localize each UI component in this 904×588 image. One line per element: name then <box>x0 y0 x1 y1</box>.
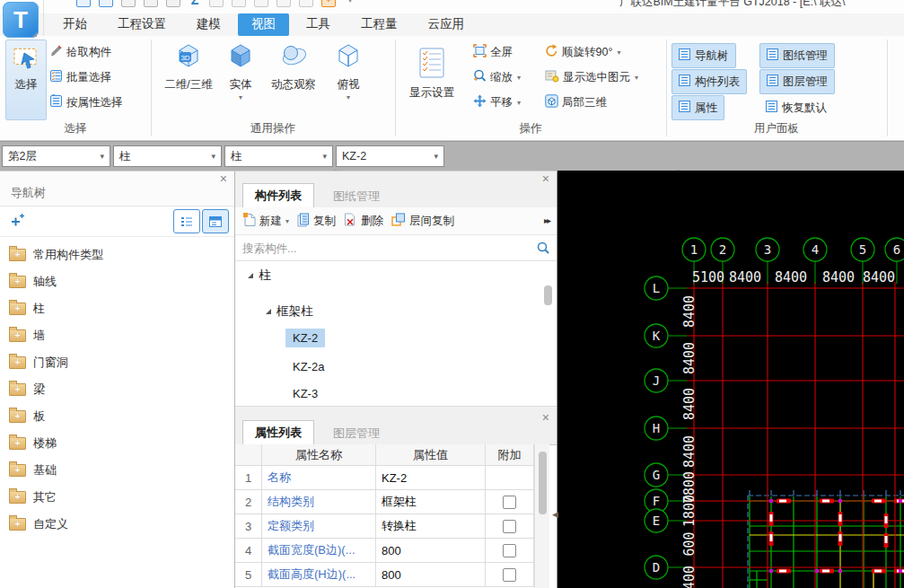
qat-zoom-view-icon[interactable] <box>232 0 246 7</box>
table-row[interactable]: 2结构类别框架柱 <box>235 490 534 514</box>
sidebar-item-板[interactable]: 板 <box>0 403 234 430</box>
sidebar-item-其它[interactable]: 其它 <box>0 484 234 511</box>
delete-button[interactable]: 删除 <box>341 211 386 232</box>
toggle-恢复默认[interactable]: 恢复默认 <box>759 95 833 120</box>
copy-button[interactable]: 复制 <box>294 211 338 232</box>
attach-checkbox[interactable] <box>503 520 516 533</box>
select-big-button[interactable]: 选择 <box>5 39 47 120</box>
scrollbar-thumb[interactable] <box>544 285 552 305</box>
ribbon-tab-工具[interactable]: 工具 <box>293 13 344 36</box>
ribbon-button-全屏[interactable]: 全屏 <box>470 39 523 65</box>
qat-redo-icon[interactable] <box>166 0 180 7</box>
ribbon-button-动态观察[interactable]: 动态观察 <box>262 39 325 92</box>
sidebar-item-楼梯[interactable]: 楼梯 <box>0 430 234 457</box>
ribbon-button-局部三维[interactable]: 局部三维 <box>542 90 641 115</box>
qat-batch-view-icon[interactable] <box>276 0 291 7</box>
qat-select-view-icon[interactable] <box>254 0 268 7</box>
close-icon[interactable]: × <box>220 173 227 184</box>
ribbon-button-缩放[interactable]: 缩放▾ <box>470 65 523 90</box>
tab-component-list[interactable]: 构件列表 <box>242 183 314 208</box>
table-row[interactable]: 1名称KZ-2 <box>235 466 534 490</box>
expander-icon[interactable] <box>248 273 253 278</box>
sidebar-item-自定义[interactable]: 自定义 <box>0 511 234 538</box>
ribbon-tab-建模[interactable]: 建模 <box>183 13 234 36</box>
property-value[interactable]: 框架柱 <box>376 490 486 514</box>
qat-edit-icon[interactable] <box>99 0 113 7</box>
ribbon-tab-工程设置[interactable]: 工程设置 <box>104 13 180 36</box>
tree-leaf-KZ-2[interactable]: KZ-2 <box>285 329 325 347</box>
property-value[interactable]: 800 <box>376 563 486 587</box>
combo-1[interactable]: 柱▾ <box>113 145 222 167</box>
sidebar-item-常用构件类型[interactable]: 常用构件类型 <box>0 241 234 268</box>
ribbon-button-平移[interactable]: 平移▾ <box>470 90 523 115</box>
attach-checkbox[interactable] <box>503 544 516 557</box>
property-scrollbar[interactable] <box>534 444 549 588</box>
table-row[interactable]: 3定额类别转换柱 <box>235 514 534 539</box>
ribbon-button-实体[interactable]: 实体▾ <box>221 39 260 101</box>
qat-add-feature-icon[interactable]: + <box>321 0 336 7</box>
search-input[interactable] <box>235 235 540 261</box>
tree-leaf-KZ-3[interactable]: KZ-3 <box>285 384 325 403</box>
tab-property-list[interactable]: 属性列表 <box>242 420 314 445</box>
inter-layer-copy-button[interactable]: 层间复制 <box>389 211 457 231</box>
sidebar-item-柱[interactable]: 柱 <box>0 295 234 322</box>
combo-2[interactable]: 柱▾ <box>224 145 333 167</box>
ribbon-button-显示选中图元[interactable]: 显示选中图元▾ <box>542 65 641 90</box>
ribbon-button-二维/三维[interactable]: 3D二维/三维 <box>160 39 217 92</box>
search-icon[interactable] <box>537 241 549 257</box>
ribbon-tab-工程量[interactable]: 工程量 <box>347 13 411 36</box>
new-button[interactable]: 新建▾ <box>241 211 292 232</box>
expander-icon[interactable] <box>266 309 271 314</box>
toolbar-overflow-icon[interactable]: ▸▸ <box>544 215 549 225</box>
combo-3[interactable]: KZ-2▾ <box>336 145 444 167</box>
close-icon[interactable]: × <box>542 412 549 423</box>
ribbon-button-按属性选择[interactable]: 按属性选择 <box>47 90 126 115</box>
app-menu-button[interactable]: T <box>3 2 39 38</box>
table-row[interactable]: 5截面高度(H边)(...800 <box>235 563 534 587</box>
add-node-icon[interactable] <box>9 213 25 232</box>
qat-table-view-icon[interactable] <box>299 0 313 7</box>
tree-leaf-KZ-2a[interactable]: KZ-2a <box>285 357 331 376</box>
sidebar-item-墙[interactable]: 墙 <box>0 322 234 349</box>
ribbon-tab-云应用[interactable]: 云应用 <box>415 13 478 36</box>
property-value[interactable]: KZ-2 <box>376 466 486 490</box>
qat-new-icon[interactable] <box>76 0 91 7</box>
tab-drawing-management[interactable]: 图纸管理 <box>321 185 391 208</box>
tree-node-frame-column[interactable]: 框架柱 <box>266 303 313 320</box>
tree-node-column[interactable]: 柱 <box>248 268 271 284</box>
toggle-图纸管理[interactable]: 图纸管理 <box>759 43 835 68</box>
property-value[interactable]: 转换柱 <box>376 514 486 539</box>
ribbon-button-拾取构件[interactable]: 拾取构件 <box>47 39 126 65</box>
list-view-button[interactable] <box>173 209 200 233</box>
qat-more-icon[interactable]: ▾ <box>344 0 356 6</box>
qat-z-order-icon[interactable]: Z <box>189 0 201 6</box>
scrollbar-thumb[interactable] <box>539 452 547 514</box>
sidebar-item-梁[interactable]: 梁 <box>0 376 234 403</box>
toggle-构件列表[interactable]: 构件列表 <box>671 69 747 94</box>
toggle-图层管理[interactable]: 图层管理 <box>759 69 835 94</box>
cad-drawing-canvas[interactable]: 123456LKJHGFED51008400840084008400840084… <box>557 171 904 588</box>
tab-layer-management[interactable]: 图层管理 <box>321 422 391 445</box>
display-settings-button[interactable]: 显示设置 <box>402 39 461 118</box>
ribbon-tab-视图[interactable]: 视图 <box>238 13 289 36</box>
sidebar-item-门窗洞[interactable]: 门窗洞 <box>0 349 234 376</box>
ribbon-button-俯视[interactable]: 俯视▾ <box>327 39 370 101</box>
panel-view-button[interactable] <box>202 209 229 233</box>
panel-collapse-handle[interactable]: ◀ <box>552 510 558 519</box>
qat-save-icon[interactable] <box>121 0 136 7</box>
toggle-导航树[interactable]: 导航树 <box>671 43 736 68</box>
table-row[interactable]: 4截面宽度(B边)(...800 <box>235 539 534 563</box>
qat-undo-icon[interactable] <box>144 0 158 7</box>
property-value[interactable]: 800 <box>376 539 486 563</box>
sidebar-item-基础[interactable]: 基础 <box>0 457 234 484</box>
toggle-属性[interactable]: 属性 <box>671 95 724 120</box>
attach-checkbox[interactable] <box>503 568 516 582</box>
ribbon-button-批量选择[interactable]: 批量选择 <box>47 65 126 90</box>
close-icon[interactable]: × <box>542 173 549 184</box>
ribbon-button-顺旋转90°[interactable]: 顺旋转90°▾ <box>542 39 641 65</box>
qat-pan-view-icon[interactable] <box>209 0 224 7</box>
sidebar-item-轴线[interactable]: 轴线 <box>0 268 234 295</box>
attach-checkbox[interactable] <box>503 496 516 509</box>
ribbon-tab-开始[interactable]: 开始 <box>49 13 101 36</box>
combo-0[interactable]: 第2层▾ <box>2 145 110 167</box>
